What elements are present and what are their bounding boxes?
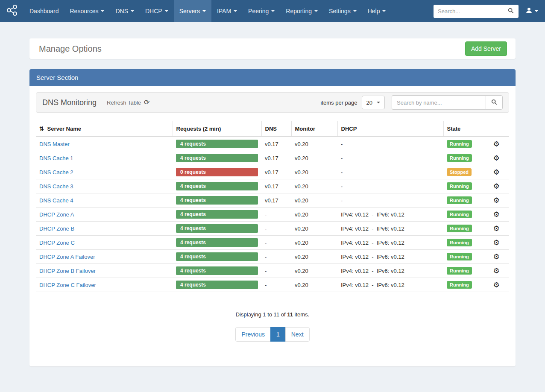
state-badge: Running (447, 267, 472, 275)
col-monitor: Monitor (291, 121, 337, 137)
requests-bar: 4 requests (176, 266, 258, 275)
server-name-link[interactable]: DNS Cache 2 (39, 169, 73, 176)
state-badge: Stopped (447, 168, 472, 176)
gear-icon[interactable]: ⚙ (493, 267, 499, 275)
nav-item[interactable]: Peering (243, 0, 280, 22)
page: Dashboard Resources DNS DHCP Servers IPA… (0, 0, 545, 392)
server-name-link[interactable]: DNS Cache 4 (39, 197, 73, 204)
col-state: State (443, 121, 483, 137)
caret-down-icon (202, 10, 206, 12)
monitor-version: v0.20 (291, 151, 337, 165)
server-name-link[interactable]: DNS Cache 3 (39, 183, 73, 190)
nav-item-label: Servers (179, 8, 200, 15)
user-menu[interactable] (525, 7, 538, 16)
dhcp-version: IPv4: v0.12 - IPv6: v0.12 (337, 264, 443, 278)
dns-version: - (261, 222, 291, 236)
nav-item[interactable]: Dashboard (24, 0, 64, 22)
col-server-name[interactable]: ⇅ Server Name (36, 121, 173, 137)
col-requests: Requests (2 min) (173, 121, 261, 137)
nav-item[interactable]: Settings (323, 0, 362, 22)
gear-icon[interactable]: ⚙ (493, 182, 499, 190)
pagination: Previous 1 Next (235, 327, 309, 342)
table-row: DNS Cache 2 0 requests v0.17 v0.20 - Sto… (36, 165, 509, 179)
nav-item[interactable]: DNS (110, 0, 140, 22)
state-badge: Running (447, 140, 472, 148)
server-name-link[interactable]: DHCP Zone C Failover (39, 282, 96, 288)
state-badge: Running (447, 281, 472, 289)
items-per-page-value: 20 (366, 99, 372, 106)
caret-down-icon (353, 10, 357, 12)
nav-item[interactable]: DHCP (140, 0, 174, 22)
requests-bar: 4 requests (176, 182, 258, 190)
table-search (392, 95, 503, 110)
items-per-page-select[interactable]: 20 (362, 96, 385, 109)
gear-icon[interactable]: ⚙ (493, 281, 499, 289)
nav-item-label: Reporting (286, 8, 312, 15)
global-search-button[interactable] (503, 5, 519, 18)
gear-icon[interactable]: ⚙ (493, 196, 499, 205)
server-table: ⇅ Server Name Requests (2 min) DNS Monit… (36, 121, 509, 292)
table-search-input[interactable] (392, 95, 486, 110)
nav-item[interactable]: IPAM (211, 0, 243, 22)
server-name-link[interactable]: DHCP Zone C (39, 240, 75, 246)
col-server-name-label: Server Name (47, 126, 82, 132)
table-row: DHCP Zone B 4 requests - v0.20 IPv4: v0.… (36, 222, 509, 236)
server-name-link[interactable]: DHCP Zone B Failover (39, 268, 96, 274)
global-search-input[interactable] (434, 5, 503, 18)
gear-icon[interactable]: ⚙ (493, 154, 499, 162)
summary-total: 11 (287, 311, 293, 318)
requests-bar: 4 requests (176, 140, 258, 148)
gear-icon[interactable]: ⚙ (493, 225, 499, 233)
caret-down-icon (377, 102, 380, 103)
dns-version: - (261, 236, 291, 250)
nav-item[interactable]: Servers (174, 0, 211, 22)
table-row: DHCP Zone C 4 requests - v0.20 IPv4: v0.… (36, 236, 509, 250)
nav-item-label: Settings (329, 8, 351, 15)
server-name-link[interactable]: DHCP Zone B (39, 225, 74, 232)
table-search-button[interactable] (486, 95, 503, 110)
server-name-link[interactable]: DHCP Zone A (39, 211, 74, 218)
add-server-button[interactable]: Add Server (465, 41, 507, 56)
dhcp-version: IPv4: v0.12 - IPv6: v0.12 (337, 236, 443, 250)
panel-title: Server Section (29, 69, 516, 86)
results-summary: Displaying 1 to 11 of 11 items. (36, 311, 509, 318)
gear-icon[interactable]: ⚙ (493, 253, 499, 261)
app-logo[interactable] (0, 0, 24, 22)
summary-suffix: items. (295, 311, 310, 318)
pagination-next[interactable]: Next (285, 327, 310, 342)
nav-item[interactable]: Help (362, 0, 392, 22)
navbar-right (434, 0, 545, 22)
gear-icon[interactable]: ⚙ (493, 140, 499, 148)
monitor-version: v0.20 (291, 179, 337, 193)
gear-icon[interactable]: ⚙ (493, 168, 499, 176)
pagination-previous[interactable]: Previous (235, 327, 270, 342)
server-name-link[interactable]: DHCP Zone A Failover (39, 254, 95, 260)
sort-icon: ⇅ (39, 126, 44, 132)
monitor-version: v0.20 (291, 236, 337, 250)
summary-prefix: Displaying 1 to 11 of (236, 311, 286, 318)
nav-item[interactable]: Reporting (280, 0, 323, 22)
gear-icon[interactable]: ⚙ (493, 211, 499, 219)
dns-version: v0.17 (261, 193, 291, 208)
col-dhcp: DHCP (337, 121, 443, 137)
user-icon (525, 7, 533, 16)
pagination-page-1[interactable]: 1 (270, 327, 286, 342)
requests-bar: 4 requests (176, 252, 258, 261)
dns-version: - (261, 250, 291, 264)
state-badge: Running (447, 211, 472, 218)
server-name-link[interactable]: DNS Master (39, 141, 70, 147)
server-name-link[interactable]: DNS Cache 1 (39, 155, 73, 161)
requests-bar: 4 requests (176, 210, 258, 219)
refresh-table-button[interactable]: Refresh Table ⟳ (107, 99, 149, 106)
dns-version: - (261, 264, 291, 278)
gear-icon[interactable]: ⚙ (493, 239, 499, 247)
requests-bar: 4 requests (176, 238, 258, 247)
caret-down-icon (314, 10, 318, 12)
dns-version: v0.17 (261, 165, 291, 179)
state-badge: Running (447, 239, 472, 246)
dns-version: - (261, 208, 291, 222)
nav-item[interactable]: Resources (64, 0, 110, 22)
caret-down-icon (234, 10, 237, 12)
refresh-icon: ⟳ (144, 99, 149, 106)
table-toolbar: DNS Monitoring Refresh Table ⟳ items per… (36, 92, 509, 113)
